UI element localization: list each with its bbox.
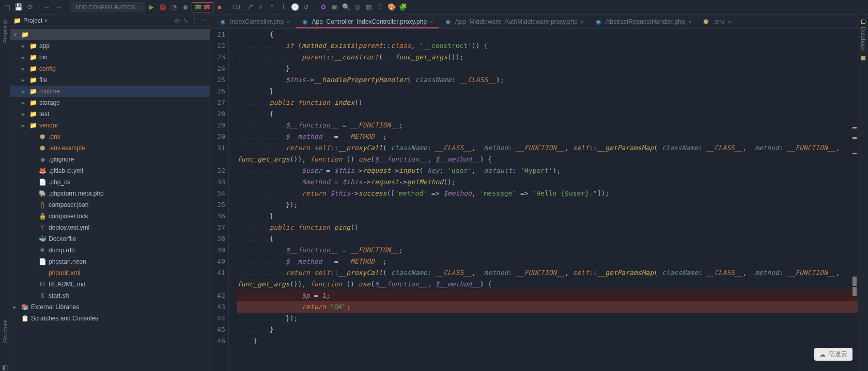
search-icon[interactable]: 🔍	[341, 2, 351, 12]
tree-file-Dockerfile[interactable]: 🐳Dockerfile	[10, 233, 210, 245]
target-icon[interactable]: ◎	[175, 17, 180, 24]
tree-root[interactable]: ▾📁	[10, 29, 210, 40]
settings-icon[interactable]: ⚙	[318, 2, 329, 12]
file-icon: ◆	[38, 156, 47, 163]
tree-folder-vendor[interactable]: ▸📁vendor	[10, 120, 210, 131]
tool3-icon[interactable]: ☰	[375, 2, 385, 12]
tool5-icon[interactable]: 🧩	[398, 2, 408, 12]
editor-tab[interactable]: ◉AbstractRequestHandler.php×	[589, 15, 696, 28]
tab-label: App_Controller_IndexController.proxy.php	[312, 18, 427, 25]
file-icon: 📄	[38, 179, 47, 186]
tool2-icon[interactable]: ▦	[364, 2, 374, 12]
folder-icon: 📁	[29, 54, 37, 61]
git-push-icon[interactable]: ↥	[267, 2, 277, 12]
structure-tab[interactable]: Structure	[2, 320, 8, 343]
tree-folder-file[interactable]: ▸📁file	[10, 74, 210, 86]
tree-file-.gitignore[interactable]: ◆.gitignore	[10, 154, 210, 165]
tree-folder-bin[interactable]: ▸📁bin	[10, 52, 210, 63]
code-editor[interactable]: 2122232425262728293031323334353637383940…	[210, 29, 858, 371]
run-icon[interactable]: ▶	[146, 2, 157, 12]
tree-file-.gitlab-ci.yml[interactable]: 🦊.gitlab-ci.yml	[10, 165, 210, 176]
folder-icon: 📁	[29, 122, 37, 129]
tree-file-.env[interactable]: ⬢.env	[10, 131, 210, 142]
collapse-icon[interactable]: ⤡	[183, 17, 188, 24]
external-libraries[interactable]: ▸📚 External Libraries	[10, 301, 210, 313]
tree-file-.php_cs[interactable]: 📄.php_cs	[10, 176, 210, 188]
tree-file-deploy.test.yml[interactable]: Ydeploy.test.yml	[10, 222, 210, 233]
close-icon[interactable]: ×	[728, 19, 731, 25]
chevron-down-icon[interactable]: ▾	[44, 17, 48, 24]
folder-icon: 📁	[29, 110, 37, 118]
profiler-icon[interactable]: ◉	[180, 2, 191, 12]
tree-folder-config[interactable]: ▸📁config	[10, 63, 210, 74]
project-tree[interactable]: ▾📁 ▸📁app▸📁bin▸📁config▸📁file▸📁runtime▸📁st…	[10, 27, 210, 371]
save-icon[interactable]: 💾	[13, 2, 24, 12]
scratch-icon: 📋	[21, 315, 29, 322]
back-icon[interactable]: ←	[42, 2, 52, 12]
git-rollback-icon[interactable]: ↺	[301, 2, 312, 12]
close-icon[interactable]: ×	[581, 19, 584, 25]
file-icon: 🐳	[38, 235, 47, 243]
git-history-icon[interactable]: 🕘	[290, 2, 300, 12]
tool4-icon[interactable]: 🎨	[386, 2, 397, 12]
tree-file-composer.lock[interactable]: 🔒composer.lock	[10, 211, 210, 222]
phone-hangup-icon[interactable]: ☎	[203, 4, 211, 11]
git-branch-icon[interactable]: ⎇	[244, 2, 255, 12]
forward-icon[interactable]: →	[53, 2, 64, 12]
debug-icon[interactable]: 🐞	[158, 2, 168, 12]
tree-file-phpstan.neon[interactable]: 📄phpstan.neon	[10, 256, 210, 267]
tab-label: AbstractRequestHandler.php	[606, 18, 685, 25]
phone-listen-icon[interactable]: ☎	[194, 4, 202, 11]
error-stripe[interactable]	[851, 29, 858, 371]
open-icon[interactable]: ▢	[2, 2, 12, 12]
tree-folder-runtime[interactable]: ▸📁runtime	[10, 86, 210, 97]
tab-label: .env	[713, 18, 725, 25]
git-update-icon[interactable]: ⤓	[278, 2, 289, 12]
project-panel-header: 📁 Project ▾ ◎ ⤡ ⋮ —	[10, 14, 210, 27]
folder-icon: 📁	[21, 31, 29, 38]
editor-tab[interactable]: ◉App_Middleware_AuthMiddleware.proxy.php…	[439, 15, 590, 28]
editor-tab[interactable]: ◉App_Controller_IndexController.proxy.ph…	[296, 15, 439, 28]
code-area[interactable]: ........{............if (method_exists(p…	[235, 29, 858, 371]
close-icon[interactable]: ×	[688, 19, 691, 25]
file-icon: {}	[38, 201, 47, 208]
tab-label: App_Middleware_AuthMiddleware.proxy.php	[455, 18, 578, 25]
scratches[interactable]: 📋 Scratches and Consoles	[10, 313, 210, 324]
git-commit-icon[interactable]: ✓	[256, 2, 266, 12]
stop-icon[interactable]: ■	[214, 2, 225, 12]
tree-folder-storage[interactable]: ▸📁storage	[10, 97, 210, 108]
editor-tab[interactable]: ◉IndexController.php×	[213, 15, 296, 28]
tree-file-phpunit.xml[interactable]: phpunit.xml	[10, 267, 210, 279]
project-title[interactable]: Project	[23, 17, 42, 24]
tab-file-icon: ◉	[594, 18, 602, 25]
tab-file-icon: ⬢	[702, 18, 710, 25]
tree-file-start.sh[interactable]: $start.sh	[10, 290, 210, 301]
terminal-icon[interactable]: ▣	[330, 2, 340, 12]
fold-column[interactable]	[229, 29, 235, 371]
editor-gutter: 2122232425262728293031323334353637383940…	[210, 29, 229, 371]
db-dot-icon[interactable]	[861, 20, 865, 24]
phone-debug-group[interactable]: ☎ ☎	[192, 2, 213, 12]
close-icon[interactable]: ×	[430, 19, 433, 25]
tree-file-composer.json[interactable]: {}composer.json	[10, 199, 210, 211]
tree-file-dump.rdb[interactable]: ✱dump.rdb	[10, 245, 210, 256]
close-icon[interactable]: ×	[287, 19, 290, 25]
tree-file-.env.example[interactable]: ⬢.env.example	[10, 142, 210, 154]
project-tab[interactable]: Project ⧉	[2, 20, 8, 43]
run-config-selector[interactable]: ADD CONFIGURATION...	[70, 2, 145, 12]
db-square-icon[interactable]	[861, 56, 865, 60]
gear-icon[interactable]: ⋮	[191, 17, 197, 24]
hide-icon[interactable]: —	[200, 17, 207, 24]
editor-tab[interactable]: ⬢.env×	[696, 15, 736, 28]
tree-file-README.md[interactable]: MREADME.md	[10, 279, 210, 290]
tree-folder-app[interactable]: ▸📁app	[10, 40, 210, 52]
database-tab[interactable]: Database	[860, 27, 866, 51]
file-icon: ⬢	[38, 133, 47, 140]
tree-file-.phpstorm.meta.php[interactable]: 🐘.phpstorm.meta.php	[10, 188, 210, 199]
refresh-icon[interactable]: ⟳	[25, 2, 35, 12]
tool1-icon[interactable]: ◎	[352, 2, 363, 12]
coverage-icon[interactable]: ◔	[169, 2, 179, 12]
folder-icon: 📁	[29, 99, 37, 106]
tree-folder-test[interactable]: ▸📁test	[10, 108, 210, 120]
left-tool-icon[interactable]: ◧	[2, 364, 8, 371]
